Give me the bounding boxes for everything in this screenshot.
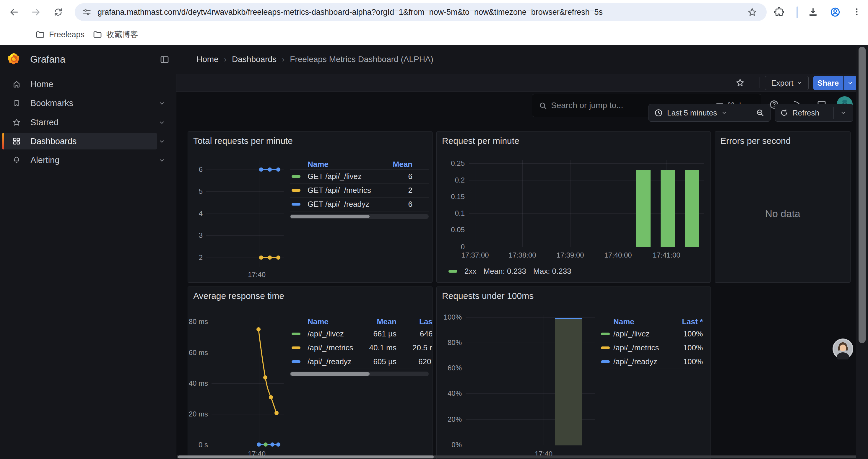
- bookmark-icon: [12, 99, 21, 107]
- share-button[interactable]: Share: [813, 76, 843, 90]
- refresh-button[interactable]: Refresh: [775, 104, 833, 121]
- panel-title[interactable]: Request per minute: [442, 136, 519, 146]
- forward-arrow-icon: [31, 7, 41, 18]
- data-point: [276, 256, 280, 260]
- refresh-interval-caret-button[interactable]: [834, 104, 852, 121]
- breadcrumb-separator-icon: ›: [277, 55, 290, 64]
- chevron-down-icon[interactable]: [158, 119, 165, 126]
- legend-series-name[interactable]: /api/_/livez: [613, 327, 650, 341]
- bookmark-folder-blogs[interactable]: 收藏博客: [89, 27, 143, 42]
- legend-header-row: Name Last *: [598, 316, 706, 327]
- chevron-down-icon[interactable]: [158, 157, 165, 164]
- time-zoom-out-button[interactable]: [750, 104, 770, 121]
- panel-total-requests-per-minute: Total requests per minute 6 5 4 3 2 17:4…: [188, 131, 433, 283]
- y-axis-tick: 0.05: [437, 226, 465, 234]
- browser-reload-button[interactable]: [52, 6, 65, 19]
- browser-forward-button[interactable]: [30, 6, 42, 19]
- bookmark-folder-freeleaps[interactable]: Freeleaps: [31, 27, 89, 42]
- clock-icon: [654, 108, 663, 117]
- chevron-down-icon: [721, 110, 727, 116]
- active-item-indicator: [2, 133, 4, 150]
- legend-header-mean[interactable]: Mean: [377, 316, 397, 327]
- x-axis-tick: 17:39:00: [550, 251, 591, 259]
- legend-horizontal-scrollbar[interactable]: [290, 214, 429, 219]
- chevron-down-icon[interactable]: [158, 138, 165, 145]
- address-bar[interactable]: grafana.mathmast.com/d/deytv4rwavabkb/fr…: [75, 3, 767, 21]
- export-button[interactable]: Export: [765, 76, 809, 90]
- legend-series-name[interactable]: GET /api/_/readyz: [308, 197, 369, 211]
- data-point: [259, 167, 263, 172]
- folder-icon: [93, 30, 102, 39]
- panel-title[interactable]: Total requests per minute: [193, 136, 293, 146]
- sidebar-item-dashboards[interactable]: Dashboards: [2, 133, 157, 150]
- y-axis-tick: 60%: [437, 364, 462, 372]
- sidebar-item-label: Dashboards: [30, 133, 76, 150]
- breadcrumb-dashboards[interactable]: Dashboards: [232, 55, 277, 64]
- search-icon: [538, 101, 548, 110]
- bar-under-100ms: [555, 318, 582, 446]
- legend-series-name[interactable]: GET /api/_/metrics: [308, 184, 371, 197]
- floating-assistant-avatar[interactable]: [832, 338, 854, 359]
- sidebar-item-alerting[interactable]: Alerting: [2, 152, 157, 168]
- legend-series-name[interactable]: /api/_/livez: [308, 327, 344, 341]
- x-axis-tick: 17:37:00: [454, 251, 496, 259]
- horizontal-scrollbar-thumb[interactable]: [178, 455, 434, 458]
- chevron-down-icon: [797, 80, 802, 86]
- panel-title[interactable]: Requests under 100ms: [442, 291, 533, 301]
- time-range-picker[interactable]: Last 5 minutes: [649, 104, 749, 121]
- grafana-logo[interactable]: [6, 52, 21, 66]
- favorite-star-icon[interactable]: [735, 78, 745, 88]
- sidebar-item-bookmarks[interactable]: Bookmarks: [2, 95, 157, 111]
- data-point: [268, 167, 272, 172]
- url-text[interactable]: grafana.mathmast.com/d/deytv4rwavabkb/fr…: [97, 3, 603, 21]
- legend-header-name[interactable]: Name: [308, 159, 329, 169]
- horizontal-scrollbar-track[interactable]: [177, 455, 856, 458]
- sidebar-item-label: Home: [30, 76, 53, 93]
- legend-header-last[interactable]: Last *: [682, 316, 703, 327]
- sidebar-item-starred[interactable]: Starred: [2, 114, 157, 131]
- y-axis-tick: 20%: [437, 415, 462, 424]
- legend-header-last[interactable]: Las: [419, 316, 433, 327]
- legend-header-name[interactable]: Name: [613, 316, 634, 327]
- legend-last-value: 646: [420, 327, 433, 341]
- y-axis-tick: 0%: [437, 441, 462, 449]
- share-menu-caret-button[interactable]: [843, 76, 857, 90]
- legend-series-name[interactable]: 2xx: [464, 267, 476, 276]
- profile-avatar-icon[interactable]: [830, 7, 840, 18]
- download-icon[interactable]: [808, 7, 818, 18]
- legend-header-row: Name Mean Las: [290, 316, 429, 327]
- sidebar-item-home[interactable]: Home: [2, 76, 157, 93]
- extensions-puzzle-icon[interactable]: [774, 7, 784, 18]
- legend-series-name[interactable]: /api/_/metrics: [308, 341, 353, 355]
- legend-last-value: 100%: [683, 341, 703, 355]
- data-point: [268, 256, 272, 260]
- legend-series-name[interactable]: /api/_/readyz: [613, 355, 657, 369]
- legend-header-row: Name Mean: [290, 159, 429, 170]
- chevron-down-icon[interactable]: [158, 100, 165, 107]
- legend-mean-value: 40.1 ms: [369, 341, 397, 355]
- vertical-scrollbar-track[interactable]: [856, 45, 868, 459]
- site-settings-icon[interactable]: [83, 8, 91, 17]
- toolbar-separator: [797, 6, 798, 18]
- series-color-pill: [291, 360, 301, 363]
- vertical-scrollbar-thumb[interactable]: [859, 47, 866, 343]
- legend-series-name[interactable]: /api/_/metrics: [613, 341, 659, 355]
- panel-errors-per-second: Errors per second No data: [715, 131, 850, 283]
- legend-header-name[interactable]: Name: [308, 316, 329, 327]
- legend-series-name[interactable]: /api/_/readyz: [308, 355, 351, 369]
- panel-title[interactable]: Errors per second: [720, 136, 790, 146]
- legend-header-mean[interactable]: Mean: [393, 159, 412, 169]
- folder-icon: [35, 30, 45, 39]
- breadcrumb-home[interactable]: Home: [196, 55, 219, 64]
- legend-horizontal-scrollbar[interactable]: [290, 371, 429, 376]
- panel-average-response-time: Average response time 80 ms 60 ms 40 ms …: [188, 287, 433, 459]
- legend-series-name[interactable]: GET /api/_/livez: [308, 169, 362, 184]
- sidebar-dock-toggle-icon[interactable]: [160, 55, 169, 64]
- bookmark-label: 收藏博客: [106, 29, 138, 40]
- x-axis-tick: 17:40: [236, 270, 277, 279]
- bookmark-star-icon[interactable]: [747, 7, 757, 17]
- y-axis-tick: 6: [188, 165, 203, 174]
- browser-back-button[interactable]: [7, 6, 20, 19]
- series-color-pill: [291, 333, 301, 335]
- browser-menu-dots-icon[interactable]: [852, 7, 862, 17]
